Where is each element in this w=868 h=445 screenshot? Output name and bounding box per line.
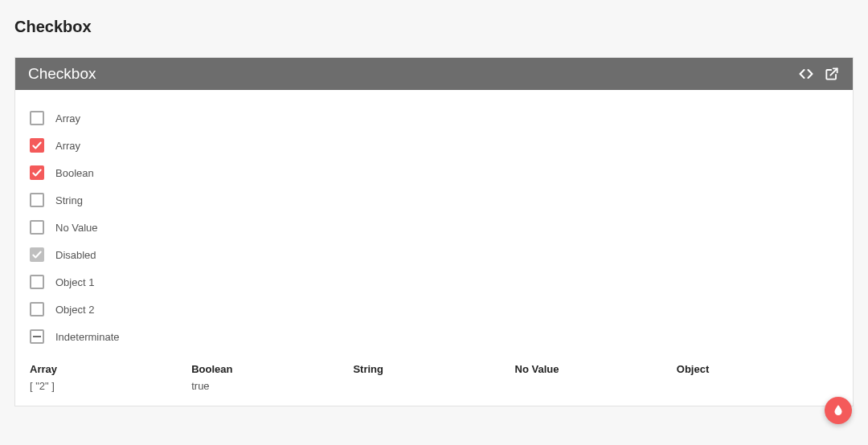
check-icon — [31, 249, 43, 260]
result-value-novalue — [515, 380, 677, 393]
check-icon — [31, 167, 43, 178]
checkbox-object-2[interactable] — [30, 302, 44, 316]
check-icon — [31, 140, 43, 151]
card-body: Array Array Boolean — [15, 90, 853, 406]
checkbox-string[interactable] — [30, 193, 44, 207]
checkbox-label: String — [55, 194, 83, 206]
checkbox-label: No Value — [55, 222, 98, 234]
checkbox-object-1[interactable] — [30, 275, 44, 289]
checkbox-label: Indeterminate — [55, 331, 120, 343]
demo-card: Checkbox — [14, 57, 854, 406]
checkbox-row-indeterminate: Indeterminate — [30, 323, 838, 350]
results-grid: Array Boolean String No Value Object [ "… — [30, 363, 838, 393]
open-external-icon[interactable] — [824, 66, 840, 82]
result-value-boolean: true — [191, 380, 353, 393]
checkbox-no-value[interactable] — [30, 220, 44, 235]
checkbox-label: Boolean — [55, 167, 94, 179]
checkbox-row-array-2: Array — [30, 132, 838, 159]
code-icon[interactable] — [798, 66, 814, 82]
result-column-header-object: Object — [677, 363, 838, 375]
checkbox-label: Disabled — [55, 249, 96, 261]
card-header: Checkbox — [15, 58, 853, 90]
result-column-header-array: Array — [30, 363, 191, 375]
checkbox-label: Object 2 — [55, 304, 94, 316]
checkbox-label: Object 1 — [55, 276, 94, 288]
result-column-header-string: String — [353, 363, 514, 375]
checkbox-row-object-2: Object 2 — [30, 296, 838, 323]
checkbox-boolean[interactable] — [30, 165, 44, 180]
checkbox-row-boolean: Boolean — [30, 159, 838, 186]
water-drop-icon — [831, 403, 845, 418]
checkbox-row-disabled: Disabled — [30, 241, 838, 268]
result-column-header-novalue: No Value — [515, 363, 677, 375]
result-value-string — [353, 380, 514, 393]
card-header-actions — [798, 66, 840, 82]
result-column-header-boolean: Boolean — [191, 363, 353, 375]
result-value-array: [ "2" ] — [30, 380, 191, 393]
checkbox-indeterminate[interactable] — [30, 329, 44, 344]
checkbox-row-no-value: No Value — [30, 214, 838, 241]
checkbox-row-array-1: Array — [30, 104, 838, 132]
result-value-object — [677, 380, 838, 393]
card-title: Checkbox — [28, 65, 96, 83]
page-title: Checkbox — [14, 18, 854, 36]
checkbox-disabled — [30, 247, 44, 262]
checkbox-label: Array — [55, 112, 80, 125]
checkbox-array-2[interactable] — [30, 138, 44, 153]
checkbox-row-string: String — [30, 186, 838, 214]
theme-fab-button[interactable] — [825, 397, 852, 424]
checkbox-array-1[interactable] — [30, 111, 44, 125]
checkbox-label: Array — [55, 140, 80, 152]
checkbox-row-object-1: Object 1 — [30, 268, 838, 296]
